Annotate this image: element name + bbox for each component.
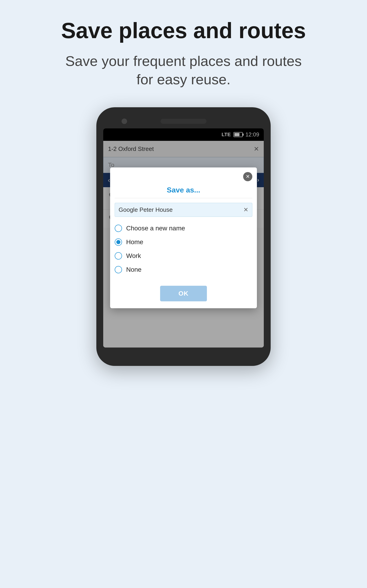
radio-outer-work bbox=[115, 252, 122, 259]
phone-top-bar bbox=[103, 119, 264, 124]
radio-option-work[interactable]: Work bbox=[115, 249, 252, 263]
radio-outer-new-name bbox=[115, 225, 122, 232]
modal-close-button[interactable]: ✕ bbox=[243, 172, 252, 181]
modal-header: ✕ bbox=[110, 167, 257, 181]
phone-camera bbox=[122, 119, 127, 124]
phone-screen: LTE 12:09 1-2 Oxford Street ✕ To ‹ bbox=[103, 128, 264, 347]
modal-overlay: ✕ Save as... Google Peter House ✕ bbox=[103, 128, 264, 347]
modal-input-value: Google Peter House bbox=[119, 206, 243, 213]
radio-outer-home bbox=[115, 238, 122, 246]
radio-label-work: Work bbox=[126, 252, 141, 259]
radio-label-none: None bbox=[126, 266, 142, 273]
page-subtitle: Save your frequent places and routes for… bbox=[57, 52, 310, 89]
radio-option-home[interactable]: Home bbox=[115, 235, 252, 249]
modal-title: Save as... bbox=[115, 181, 252, 198]
radio-label-home: Home bbox=[126, 238, 143, 246]
modal-input-row[interactable]: Google Peter House ✕ bbox=[115, 203, 252, 217]
app-content: 1-2 Oxford Street ✕ To ‹ Leave now bbox=[103, 141, 264, 347]
phone-speaker bbox=[161, 119, 206, 124]
phone-frame: LTE 12:09 1-2 Oxford Street ✕ To ‹ bbox=[96, 107, 271, 366]
ok-button[interactable]: OK bbox=[160, 286, 207, 301]
page-title: Save places and routes bbox=[61, 18, 306, 43]
modal-input-clear-button[interactable]: ✕ bbox=[243, 206, 248, 213]
radio-outer-none bbox=[115, 266, 122, 273]
radio-inner-home bbox=[116, 240, 120, 244]
modal-ok-section: OK bbox=[110, 281, 257, 308]
save-as-modal: ✕ Save as... Google Peter House ✕ bbox=[110, 167, 257, 308]
radio-option-none[interactable]: None bbox=[115, 263, 252, 277]
radio-label-new-name: Choose a new name bbox=[126, 225, 185, 232]
modal-options: Choose a new name Home bbox=[110, 221, 257, 281]
radio-option-new-name[interactable]: Choose a new name bbox=[115, 221, 252, 235]
